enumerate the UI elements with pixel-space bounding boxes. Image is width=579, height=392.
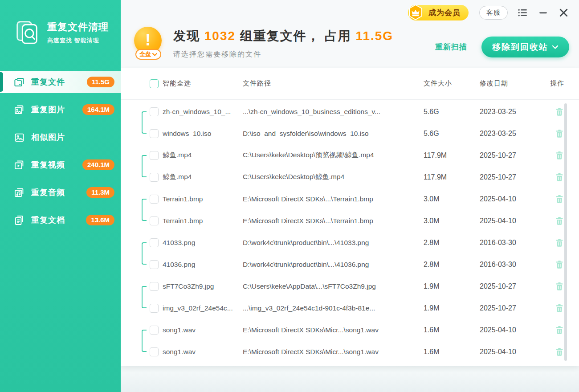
trash-icon bbox=[555, 325, 564, 335]
sidebar-item-duplicate-docs[interactable]: 重复文档 13.6M bbox=[0, 209, 121, 231]
delete-button[interactable] bbox=[555, 303, 564, 313]
select-all-label: 智能全选 bbox=[163, 79, 243, 88]
duplicate-group: sFT7Co3Zh9.jpg C:\Users\keke\AppData\...… bbox=[121, 275, 579, 319]
delete-button[interactable] bbox=[555, 325, 564, 335]
row-checkbox[interactable] bbox=[150, 326, 159, 335]
sidebar-item-duplicate-files[interactable]: 重复文件 11.5G bbox=[0, 71, 121, 93]
row-checkbox[interactable] bbox=[150, 173, 159, 182]
minimize-icon[interactable] bbox=[537, 7, 549, 18]
close-icon[interactable] bbox=[558, 7, 569, 18]
delete-button[interactable] bbox=[555, 194, 564, 204]
total-size: 11.5G bbox=[355, 29, 393, 43]
scan-summary-header: ! 全盘 发现 1032 组重复文件， 占用 11.5G 请选择您需要移除的文件… bbox=[121, 25, 579, 68]
delete-button[interactable] bbox=[555, 282, 564, 291]
sidebar-item-duplicate-videos[interactable]: 重复视频 240.1M bbox=[0, 154, 121, 176]
trash-icon bbox=[555, 194, 564, 204]
summary-title: 发现 1032 组重复文件， 占用 11.5G bbox=[173, 28, 435, 45]
rescan-button[interactable]: 重新扫描 bbox=[435, 42, 467, 52]
duplicate-group: song1.wav E:\Microsoft DirectX SDKs\Micr… bbox=[121, 319, 579, 363]
file-date: 2025-10-27 bbox=[480, 282, 546, 290]
table-row: 41036.png D:\work4c\trunk\product\bin\..… bbox=[121, 253, 579, 275]
group-bracket bbox=[142, 242, 147, 265]
file-size: 117.9M bbox=[424, 173, 480, 181]
table-row: zh-cn_windows_10_... ...\zh-cn_windows_1… bbox=[121, 101, 579, 122]
sidebar-item-label: 重复图片 bbox=[31, 104, 82, 115]
row-checkbox[interactable] bbox=[150, 195, 159, 204]
table-row: Terrain1.bmp E:\Microsoft DirectX SDKs\.… bbox=[121, 188, 579, 210]
file-path: C:\Users\keke\Desktop\鲸鱼.mp4 bbox=[243, 172, 424, 182]
row-checkbox[interactable] bbox=[150, 216, 159, 225]
remove-to-recycle-button[interactable]: 移除到回收站 bbox=[481, 37, 569, 57]
sidebar-item-similar-images[interactable]: 相似图片 bbox=[0, 126, 121, 148]
table-row: 41033.png D:\work4c\trunk\product\bin\..… bbox=[121, 232, 579, 253]
row-checkbox[interactable] bbox=[150, 304, 159, 313]
delete-button[interactable] bbox=[555, 238, 564, 248]
row-checkbox[interactable] bbox=[150, 107, 159, 116]
trash-icon bbox=[555, 347, 564, 357]
file-size: 2.8M bbox=[424, 261, 480, 269]
column-action: 操作 bbox=[546, 79, 564, 88]
file-size: 3.0M bbox=[424, 195, 480, 203]
delete-button[interactable] bbox=[555, 347, 564, 357]
file-name: Terrain1.bmp bbox=[163, 217, 243, 225]
summary-subtitle: 请选择您需要移除的文件 bbox=[173, 50, 435, 59]
file-path: C:\Users\keke\Desktop\预览视频\鲸鱼.mp4 bbox=[243, 151, 424, 160]
file-path: E:\Microsoft DirectX SDKs\Micr...\song1.… bbox=[243, 348, 424, 356]
file-name: 鲸鱼.mp4 bbox=[163, 151, 243, 160]
table-row: song1.wav E:\Microsoft DirectX SDKs\Micr… bbox=[121, 341, 579, 363]
sidebar-item-label: 重复文档 bbox=[31, 215, 86, 225]
file-name: 鲸鱼.mp4 bbox=[163, 172, 243, 182]
table-row: 鲸鱼.mp4 C:\Users\keke\Desktop\预览视频\鲸鱼.mp4… bbox=[121, 144, 579, 166]
row-checkbox[interactable] bbox=[150, 238, 159, 247]
file-name: Terrain1.bmp bbox=[163, 195, 243, 203]
delete-button[interactable] bbox=[555, 129, 564, 139]
file-path: D:\iso_and_sysfolder\iso\windows_10.iso bbox=[243, 130, 424, 138]
become-member-label: 成为会员 bbox=[428, 8, 461, 17]
file-path: D:\work4c\trunk\product\bin\...\41036.pn… bbox=[243, 261, 424, 269]
file-name: zh-cn_windows_10_... bbox=[163, 108, 243, 116]
menu-list-icon[interactable] bbox=[517, 7, 528, 18]
select-all-checkbox[interactable] bbox=[150, 79, 159, 88]
row-checkbox[interactable] bbox=[150, 151, 159, 160]
chevron-down-icon bbox=[552, 45, 559, 49]
delete-button[interactable] bbox=[555, 151, 564, 160]
scan-scope-label: 全盘 bbox=[139, 50, 151, 58]
file-size: 1.6M bbox=[424, 348, 480, 356]
file-path: ...\zh-cn_windows_10_business_editions_v… bbox=[243, 108, 424, 116]
delete-button[interactable] bbox=[555, 107, 564, 117]
file-name: 41036.png bbox=[163, 261, 243, 269]
sidebar-item-duplicate-images[interactable]: 重复图片 164.1M bbox=[0, 98, 121, 121]
sidebar-item-label: 重复文件 bbox=[31, 77, 87, 87]
trash-icon bbox=[555, 172, 564, 182]
trash-icon bbox=[555, 107, 564, 117]
trash-icon bbox=[555, 238, 564, 248]
delete-button[interactable] bbox=[555, 216, 564, 226]
selected-indicator bbox=[0, 72, 3, 92]
file-path: E:\Microsoft DirectX SDKs\Micr...\song1.… bbox=[243, 326, 424, 334]
sidebar-item-label: 重复音频 bbox=[31, 187, 86, 198]
scan-scope-dropdown[interactable]: 全盘 bbox=[135, 49, 161, 60]
trash-icon bbox=[555, 303, 564, 313]
file-size: 1.9M bbox=[424, 304, 480, 312]
support-label: 客服 bbox=[486, 8, 501, 16]
table-body: zh-cn_windows_10_... ...\zh-cn_windows_1… bbox=[121, 100, 579, 363]
file-date: 2025-04-10 bbox=[480, 326, 546, 334]
file-date: 2023-03-25 bbox=[480, 130, 546, 138]
become-member-button[interactable]: 成为会员 bbox=[408, 5, 469, 20]
sidebar-item-label: 重复视频 bbox=[31, 159, 82, 170]
row-checkbox[interactable] bbox=[150, 282, 159, 291]
row-checkbox[interactable] bbox=[150, 260, 159, 269]
column-date: 修改日期 bbox=[480, 79, 546, 88]
duplicate-audio-icon bbox=[13, 187, 25, 199]
delete-button[interactable] bbox=[555, 172, 564, 182]
sidebar-item-duplicate-audio[interactable]: 重复音频 11.3M bbox=[0, 181, 121, 204]
chevron-down-icon bbox=[152, 53, 157, 56]
table-header-row: 智能全选 文件路径 文件大小 修改日期 操作 bbox=[121, 68, 579, 100]
duplicate-group: 41033.png D:\work4c\trunk\product\bin\..… bbox=[121, 232, 579, 275]
delete-button[interactable] bbox=[555, 260, 564, 270]
vertical-scrollbar[interactable] bbox=[564, 103, 567, 361]
support-button[interactable]: 客服 bbox=[479, 6, 508, 20]
row-checkbox[interactable] bbox=[150, 347, 159, 356]
file-size: 2.8M bbox=[424, 239, 480, 247]
row-checkbox[interactable] bbox=[150, 129, 159, 138]
